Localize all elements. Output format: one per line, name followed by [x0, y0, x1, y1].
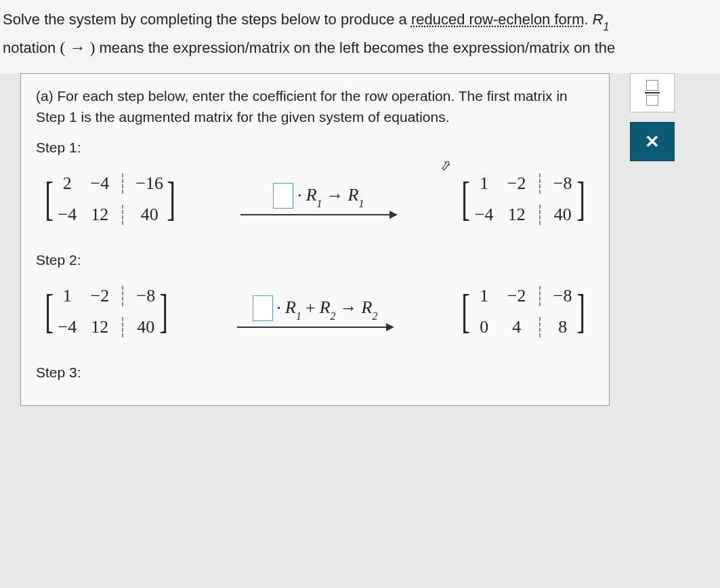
r1-sub: 1 — [603, 21, 610, 33]
close-button[interactable]: ✕ — [630, 122, 675, 161]
step1-row: [ 2 −4 −16 −4 12 40 ] · R1 — [41, 173, 589, 225]
step1-coefficient-input[interactable] — [273, 183, 293, 209]
matrix-cell: −2 — [507, 286, 527, 306]
right-bracket-icon: ] — [167, 180, 175, 218]
intro-line2a: notation — [3, 39, 60, 56]
aug-separator — [539, 286, 541, 306]
matrix-cell: 1 — [57, 286, 77, 306]
step2-row: [ 1 −2 −8 −4 12 40 ] · R1 + — [41, 286, 589, 337]
intro-text-2: . — [584, 11, 592, 28]
fraction-tool-button[interactable] — [630, 73, 675, 112]
work-panel: (a) For each step below, enter the coeff… — [20, 73, 610, 406]
matrix-cell: 40 — [135, 317, 156, 337]
step1-operation: · R1 → R1 — [188, 183, 448, 215]
op-sub: 1 — [358, 198, 364, 209]
matrix-cell: −4 — [57, 317, 77, 337]
matrix-cell: −2 — [89, 286, 110, 306]
op-R: R — [320, 297, 331, 317]
panel-instructions: (a) For each step below, enter the coeff… — [36, 86, 594, 127]
aug-separator — [122, 286, 123, 306]
op-R: R — [306, 185, 317, 205]
left-bracket-icon: [ — [462, 293, 471, 331]
op-R: R — [285, 297, 296, 317]
matrix-cell: 40 — [135, 205, 163, 225]
step3-label: Step 3: — [36, 364, 594, 381]
aug-separator — [122, 205, 123, 225]
op-dot: · — [297, 186, 302, 206]
matrix-cell: −4 — [57, 205, 77, 225]
fraction-icon — [645, 80, 660, 106]
rref-link[interactable]: reduced row-echelon form — [411, 11, 585, 28]
cursor-icon: ⬀ — [439, 156, 453, 175]
left-bracket-icon: [ — [45, 293, 54, 331]
step1-matrix-right: [ 1 −2 −8 −4 12 40 ] — [458, 173, 589, 225]
aug-separator — [539, 317, 541, 337]
aug-separator — [122, 317, 123, 337]
close-icon: ✕ — [645, 131, 660, 152]
intro-text-1: Solve the system by completing the steps… — [3, 11, 411, 28]
step2-label: Step 2: — [36, 252, 594, 268]
matrix-cell: 1 — [474, 286, 494, 306]
right-bracket-icon: ] — [576, 293, 585, 331]
matrix-cell: −2 — [507, 173, 527, 194]
aug-separator — [122, 173, 123, 194]
aug-separator — [539, 205, 541, 225]
matrix-cell: 12 — [507, 205, 527, 225]
matrix-cell: 12 — [89, 205, 110, 225]
matrix-cell: 1 — [474, 173, 494, 194]
step2-operation: · R1 + R2 → R2 — [182, 295, 449, 328]
step1-matrix-left: [ 2 −4 −16 −4 12 40 ] — [41, 173, 179, 225]
op-plus: + — [305, 298, 316, 318]
op-arrow-icon: → — [340, 298, 358, 318]
op-R: R — [362, 297, 373, 317]
matrix-cell: 2 — [57, 173, 77, 194]
matrix-cell: −16 — [135, 173, 163, 194]
matrix-cell: −8 — [553, 286, 573, 306]
matrix-cell: −4 — [89, 173, 110, 194]
op-arrow-icon: → — [326, 186, 344, 206]
step2-matrix-right: [ 1 −2 −8 0 4 8 ] — [458, 286, 589, 337]
step2-matrix-left: [ 1 −2 −8 −4 12 40 ] — [41, 286, 172, 337]
arrow-notation: ( → ) — [60, 39, 95, 56]
matrix-cell: 40 — [553, 205, 573, 225]
aug-separator — [539, 173, 541, 194]
right-bracket-icon: ] — [160, 293, 169, 331]
long-arrow-icon — [237, 327, 393, 328]
op-sub: 1 — [317, 198, 322, 209]
long-arrow-icon — [240, 214, 396, 215]
right-bracket-icon: ] — [576, 180, 585, 218]
step1-label: Step 1: — [36, 140, 594, 156]
op-sub: 2 — [372, 310, 377, 322]
matrix-cell: 0 — [474, 317, 494, 337]
problem-intro: Solve the system by completing the steps… — [0, 0, 720, 73]
matrix-cell: 4 — [507, 317, 527, 337]
op-dot: · — [277, 298, 282, 318]
op-sub: 2 — [331, 310, 336, 322]
tool-sidebar: ✕ — [630, 73, 675, 161]
intro-line2b: means the expression/matrix on the left … — [95, 39, 615, 56]
matrix-cell: −8 — [135, 286, 156, 306]
op-sub: 1 — [296, 310, 301, 322]
op-R: R — [348, 185, 359, 205]
left-bracket-icon: [ — [45, 180, 54, 218]
matrix-cell: −8 — [553, 173, 573, 194]
matrix-cell: 8 — [553, 317, 573, 337]
left-bracket-icon: [ — [462, 180, 471, 218]
step2-coefficient-input[interactable] — [253, 295, 273, 321]
matrix-cell: 12 — [89, 317, 110, 337]
r1-symbol: R — [593, 11, 603, 28]
matrix-cell: −4 — [474, 205, 494, 225]
